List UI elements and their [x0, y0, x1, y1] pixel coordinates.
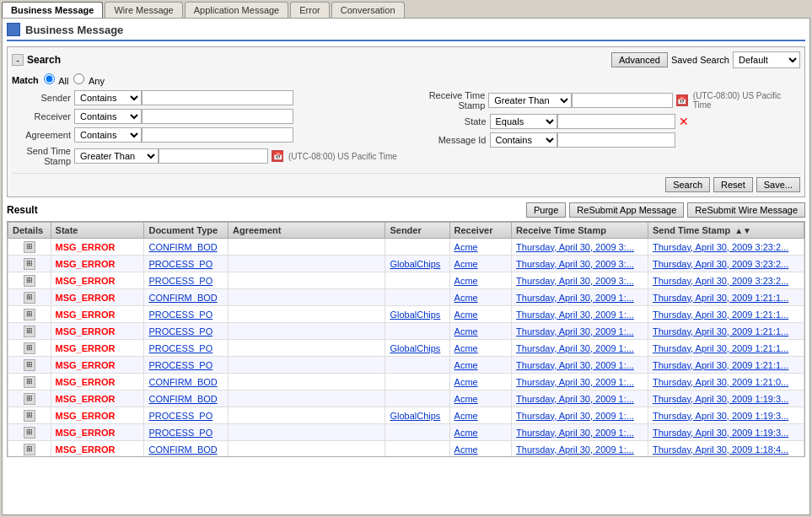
detail-icon[interactable]: ⊞ [24, 376, 35, 388]
doc-type-cell: PROCESS_PO [144, 340, 229, 357]
match-all-label[interactable]: All [44, 73, 69, 86]
sender-cell: GlobalChips [385, 306, 449, 323]
detail-cell: ⊞ [8, 323, 51, 340]
search-button[interactable]: Search [665, 177, 710, 192]
detail-icon[interactable]: ⊞ [24, 342, 35, 354]
match-row: Match All Any [12, 73, 800, 86]
col-receive-ts[interactable]: Receive Time Stamp [512, 223, 648, 239]
send-ts-cell: Thursday, April 30, 2009 1:19:3... [648, 390, 804, 407]
save-button[interactable]: Save... [756, 177, 800, 192]
receive-time-calendar-icon[interactable]: 📅 [676, 94, 688, 106]
receive-ts-cell: Thursday, April 30, 2009 3:... [512, 256, 648, 272]
receiver-cell: Acme [449, 407, 512, 424]
resubmit-wire-button[interactable]: ReSubmit Wire Message [687, 202, 805, 218]
detail-icon[interactable]: ⊞ [24, 275, 35, 287]
col-agreement: Agreement [228, 223, 384, 239]
detail-icon[interactable]: ⊞ [24, 359, 35, 371]
sender-label: Sender [12, 93, 71, 103]
state-cell: MSG_ERROR [51, 289, 144, 306]
tab-conversation[interactable]: Conversation [331, 2, 405, 18]
collapse-button[interactable]: - [12, 54, 24, 66]
send-time-condition-select[interactable]: Greater ThanLess ThanEquals [74, 148, 159, 164]
send-time-calendar-icon[interactable]: 📅 [272, 150, 283, 162]
send-ts-cell: Thursday, April 30, 2009 1:21:0... [648, 374, 804, 390]
receive-ts-cell: Thursday, April 30, 2009 1:... [512, 390, 648, 407]
advanced-button[interactable]: Advanced [611, 52, 668, 67]
state-condition-select[interactable]: EqualsContains [490, 114, 557, 129]
detail-icon[interactable]: ⊞ [24, 292, 35, 304]
receive-time-value-input[interactable] [572, 93, 673, 108]
send-ts-cell: Thursday, April 30, 2009 1:21:1... [648, 323, 804, 340]
agreement-cell [228, 390, 384, 407]
doc-type-cell: PROCESS_PO [144, 424, 229, 441]
send-time-value-input[interactable]: 04/30/2009 12:00:00 AM [159, 148, 268, 164]
resubmit-app-button[interactable]: ReSubmit App Message [569, 202, 684, 218]
main-content: Business Message - Search Advanced Saved… [2, 18, 810, 515]
detail-icon[interactable]: ⊞ [24, 410, 35, 422]
state-cell: MSG_ERROR [51, 390, 144, 407]
result-header: Result Purge ReSubmit App Message ReSubm… [7, 202, 805, 218]
receiver-value-input[interactable] [142, 109, 293, 124]
receive-time-condition-select[interactable]: Greater ThanLess ThanEquals [488, 93, 572, 108]
match-any-radio[interactable] [73, 73, 84, 84]
receive-ts-cell: Thursday, April 30, 2009 3:... [512, 272, 648, 289]
receiver-cell: Acme [449, 256, 512, 272]
sender-cell [385, 289, 449, 306]
doc-type-cell: CONFIRM_BOD [144, 374, 229, 390]
detail-icon[interactable]: ⊞ [24, 393, 35, 405]
sender-cell [385, 272, 449, 289]
state-clear-icon[interactable]: ✕ [679, 115, 689, 128]
agreement-cell [228, 306, 384, 323]
purge-button[interactable]: Purge [526, 202, 566, 218]
saved-search-select[interactable]: Default [733, 51, 800, 68]
sender-cell [385, 323, 449, 340]
receiver-cell: Acme [449, 424, 512, 441]
message-id-condition-select[interactable]: ContainsEquals [490, 132, 557, 148]
send-ts-cell: Thursday, April 30, 2009 3:23:2... [648, 256, 804, 272]
detail-cell: ⊞ [8, 407, 51, 424]
detail-icon[interactable]: ⊞ [24, 309, 35, 320]
table-body: ⊞ MSG_ERROR CONFIRM_BOD Acme Thursday, A… [8, 239, 804, 458]
state-cell: MSG_ERROR [51, 407, 144, 424]
state-row: State EqualsContains ✕ [411, 114, 801, 129]
detail-cell: ⊞ [8, 441, 51, 458]
sender-value-input[interactable] [142, 90, 293, 105]
page-title: Business Message [25, 24, 123, 36]
tab-wire-message[interactable]: Wire Message [105, 2, 182, 18]
receiver-row: Receiver ContainsEquals [12, 109, 402, 124]
send-ts-cell: Thursday, April 30, 2009 3:23:2... [648, 272, 804, 289]
search-title: Search [27, 54, 61, 66]
detail-icon[interactable]: ⊞ [24, 444, 35, 455]
tab-error[interactable]: Error [290, 2, 329, 18]
receiver-condition-select[interactable]: ContainsEquals [74, 109, 142, 124]
sender-condition-select[interactable]: ContainsEqualsGreater Than [74, 90, 142, 105]
agreement-condition-select[interactable]: ContainsEquals [74, 127, 142, 143]
doc-type-cell: CONFIRM_BOD [144, 441, 229, 458]
match-all-radio[interactable] [44, 73, 55, 84]
table-row: ⊞ MSG_ERROR PROCESS_PO Acme Thursday, Ap… [8, 357, 804, 374]
agreement-value-input[interactable] [142, 127, 293, 143]
tab-application-message[interactable]: Application Message [185, 2, 289, 18]
state-cell: MSG_ERROR [51, 323, 144, 340]
reset-button[interactable]: Reset [713, 177, 753, 192]
state-value-input[interactable] [557, 114, 675, 129]
state-cell: MSG_ERROR [51, 239, 144, 256]
doc-type-cell: PROCESS_PO [144, 272, 229, 289]
tab-business-message[interactable]: Business Message [2, 2, 103, 18]
search-right: Receive Time Stamp Greater ThanLess Than… [411, 90, 801, 170]
detail-icon[interactable]: ⊞ [24, 241, 35, 253]
send-ts-cell: Thursday, April 30, 2009 1:18:4... [648, 441, 804, 458]
match-any-label[interactable]: Any [73, 73, 104, 86]
col-send-ts[interactable]: Send Time Stamp ▲▼ [648, 223, 804, 239]
search-header: - Search Advanced Saved Search Default [12, 51, 800, 68]
detail-icon[interactable]: ⊞ [24, 258, 35, 270]
receiver-cell: Acme [449, 357, 512, 374]
message-id-value-input[interactable] [557, 132, 675, 148]
table-row: ⊞ MSG_ERROR PROCESS_PO Acme Thursday, Ap… [8, 272, 804, 289]
detail-icon[interactable]: ⊞ [24, 326, 35, 337]
detail-cell: ⊞ [8, 272, 51, 289]
send-ts-cell: Thursday, April 30, 2009 1:21:1... [648, 357, 804, 374]
detail-icon[interactable]: ⊞ [24, 427, 35, 439]
state-cell: MSG_ERROR [51, 357, 144, 374]
table-row: ⊞ MSG_ERROR PROCESS_PO GlobalChips Acme … [8, 306, 804, 323]
